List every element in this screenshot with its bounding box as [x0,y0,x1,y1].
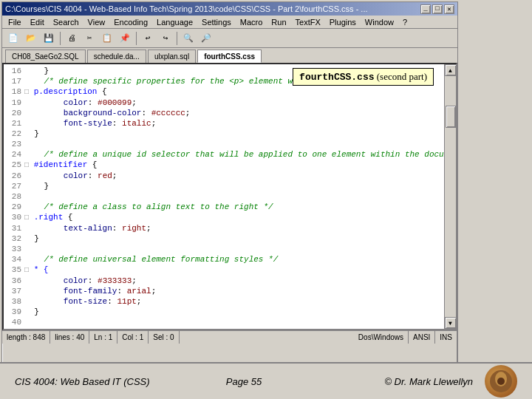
code-line-40: 40 [4,317,444,327]
menu-macro[interactable]: Macro [236,16,267,28]
course-label: CIS 4004: Web Based IT (CSS) [15,376,168,387]
menu-encoding[interactable]: Encoding [109,16,152,28]
tooltip-box: fourthCSS.css (second part) [293,68,434,86]
tab-schedule[interactable]: schedule.da... [87,50,146,63]
code-line-19: 19 color: #000099; [4,98,444,108]
menu-settings[interactable]: Settings [197,16,236,28]
code-line-25: 25□ #identifier { [4,160,444,171]
find-button[interactable]: 🔍 [180,30,197,47]
code-line-33: 33 [4,244,444,254]
status-lines: lines : 40 [50,331,89,344]
code-line-22: 22 } [4,129,444,139]
menu-window[interactable]: Window [361,16,398,28]
code-line-26: 26 color: red; [4,171,444,181]
bottom-bar: CIS 4004: Web Based IT (CSS) Page 55 © D… [0,362,532,399]
title-bar: C:\Courses\CIS 4004 - Web-Based Info Tec… [2,2,457,16]
menu-view[interactable]: View [83,16,110,28]
tooltip-suffix: (second part) [375,71,427,82]
menu-run[interactable]: Run [267,16,290,28]
tab-ch08[interactable]: CH08_SaeGo2.SQL [5,50,86,63]
code-line-21: 21 font-style: italic; [4,118,444,129]
status-sel: Sel : 0 [149,331,179,344]
status-col: Col : 1 [117,331,149,344]
close-button[interactable]: ✕ [444,4,454,14]
code-line-24: 24 /* define a unique id selector that w… [4,149,444,160]
status-ln: Ln : 1 [89,331,117,344]
zoom-in-button[interactable]: 🔎 [198,30,214,47]
scroll-up-button[interactable]: ▲ [445,64,457,76]
status-ins: INS [435,331,457,344]
code-line-35: 35□ * { [4,265,444,276]
status-dos: Dos\Windows [354,331,409,344]
status-ansi: ANSI [409,331,435,344]
paste-button[interactable]: 📌 [117,30,133,47]
tab-ulxplan[interactable]: ulxplan.sql [148,50,196,63]
code-editor[interactable]: fourthCSS.css (second part) 16 } 17 /* d… [2,63,457,330]
menu-edit[interactable]: Edit [26,16,49,28]
tooltip-filename: fourthCSS.css [299,72,374,83]
vertical-scrollbar[interactable]: ▲ ▼ [444,64,456,329]
toolbar-sep-1 [60,32,61,45]
menu-help[interactable]: ? [398,16,412,28]
scroll-thumb[interactable] [446,106,456,128]
toolbar-sep-2 [136,32,137,45]
code-line-18: 18□ p.description { [4,86,444,98]
menu-language[interactable]: Language [152,16,197,28]
code-line-31: 31 text-align: right; [4,223,444,233]
copyright-label: © Dr. Mark Llewellyn [320,376,473,387]
scroll-track[interactable] [445,76,456,317]
code-line-20: 20 background-color: #cccccc; [4,108,444,118]
logo-icon [485,365,517,398]
code-line-23: 23 [4,139,444,149]
menu-plugins[interactable]: Plugins [325,16,361,28]
code-line-28: 28 [4,191,444,202]
code-line-38: 38 font-size: 11pt; [4,296,444,307]
print-button[interactable]: 🖨 [64,30,80,47]
page-number: Page 55 [168,376,321,387]
copy-button[interactable]: 📋 [99,30,115,47]
minimize-button[interactable]: _ [420,4,431,14]
save-button[interactable]: 💾 [41,30,57,47]
undo-button[interactable]: ↩ [140,30,156,47]
cut-button[interactable]: ✂ [81,30,98,47]
code-line-32: 32 } [4,233,444,244]
redo-button[interactable]: ↪ [157,30,174,47]
window-controls: _ □ ✕ [420,4,454,14]
code-line-37: 37 font-family: arial; [4,286,444,296]
code-line-39: 39 } [4,307,444,317]
code-line-27: 27 } [4,181,444,191]
code-lines[interactable]: 16 } 17 /* define specific properties fo… [4,64,444,329]
code-line-34: 34 /* define universal element formattin… [4,254,444,265]
toolbar: 📄 📂 💾 🖨 ✂ 📋 📌 ↩ ↪ 🔍 🔎 [2,29,457,48]
code-line-29: 29 /* define a class to align text to th… [4,202,444,212]
window-title: C:\Courses\CIS 4004 - Web-Based Info Tec… [5,4,368,13]
status-length: length : 848 [2,331,50,344]
maximize-button[interactable]: □ [432,4,443,14]
toolbar-sep-3 [177,32,177,45]
tab-fourthcss[interactable]: fourthCSS.css [197,50,262,63]
main-window: C:\Courses\CIS 4004 - Web-Based Info Tec… [1,1,458,364]
new-button[interactable]: 📄 [5,30,21,47]
menu-search[interactable]: Search [49,16,83,28]
open-button[interactable]: 📂 [23,30,39,47]
tab-bar: CH08_SaeGo2.SQL schedule.da... ulxplan.s… [2,48,457,63]
status-bar: length : 848 lines : 40 Ln : 1 Col : 1 S… [2,330,457,344]
code-line-36: 36 color: #333333; [4,276,444,286]
menu-textfx[interactable]: TextFX [291,16,325,28]
svg-point-2 [497,378,505,385]
code-line-30: 30□ .right { [4,212,444,223]
menu-file[interactable]: File [4,16,26,28]
menu-bar: File Edit Search View Encoding Language … [2,16,457,29]
scroll-down-button[interactable]: ▼ [445,317,457,329]
